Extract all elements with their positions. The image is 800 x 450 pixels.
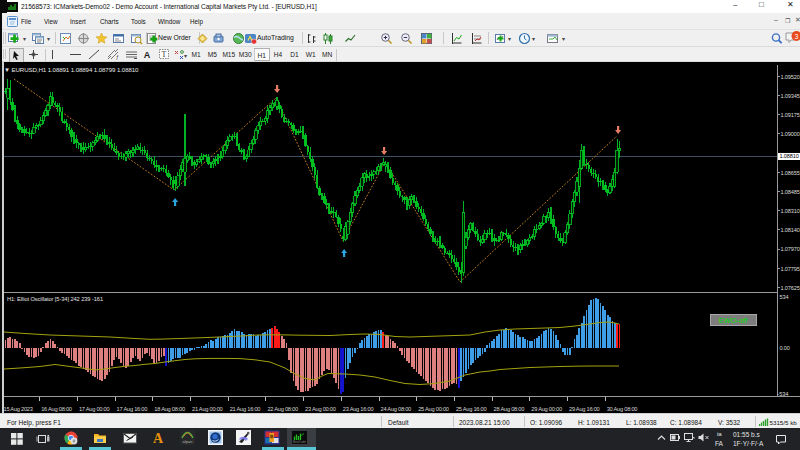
svg-text:25 Aug 00:00: 25 Aug 00:00: [418, 406, 449, 412]
svg-text:A: A: [153, 431, 164, 446]
svg-text:23 Aug 00:00: 23 Aug 00:00: [305, 406, 336, 412]
svg-text:28 Aug 08:00: 28 Aug 08:00: [494, 406, 525, 412]
svg-text:1.07625: 1.07625: [781, 285, 800, 291]
svg-text:ƒ: ƒ: [116, 54, 119, 60]
svg-text:25 Aug 16:00: 25 Aug 16:00: [456, 406, 487, 412]
svg-text:T: T: [162, 50, 167, 59]
svg-text:1.08310: 1.08310: [781, 208, 800, 214]
svg-text:0.00: 0.00: [780, 345, 790, 351]
svg-text:3: 3: [795, 33, 799, 40]
svg-text:A: A: [144, 50, 151, 60]
svg-text:16 Aug 08:00: 16 Aug 08:00: [41, 406, 72, 412]
svg-text:24 Aug 08:00: 24 Aug 08:00: [381, 406, 412, 412]
svg-text:21 Aug 00:00: 21 Aug 00:00: [192, 406, 223, 412]
svg-text:22 Aug 08:00: 22 Aug 08:00: [267, 406, 298, 412]
svg-text:MetaTrader: MetaTrader: [293, 440, 306, 444]
svg-text:23 Aug 16:00: 23 Aug 16:00: [343, 406, 374, 412]
svg-text:1.07795: 1.07795: [781, 266, 800, 272]
svg-text:534: 534: [780, 294, 789, 300]
svg-text:1.09520: 1.09520: [781, 74, 800, 80]
svg-text:18 Aug 08:00: 18 Aug 08:00: [154, 406, 185, 412]
svg-text:15 Aug 2023: 15 Aug 2023: [4, 406, 33, 412]
svg-text:alpari: alpari: [183, 439, 193, 444]
svg-text:17 Aug 00:00: 17 Aug 00:00: [79, 406, 110, 412]
svg-text:1.08810: 1.08810: [780, 153, 799, 159]
svg-text:29 Aug 00:00: 29 Aug 00:00: [531, 406, 562, 412]
svg-text:1.08140: 1.08140: [781, 227, 800, 233]
svg-text:-534: -534: [778, 391, 789, 397]
svg-text:1.08655: 1.08655: [781, 170, 800, 176]
svg-text:EWO-off: EWO-off: [719, 316, 749, 325]
svg-text:17 Aug 16:00: 17 Aug 16:00: [117, 406, 148, 412]
svg-text:▼ EURUSD,H1 1.08891 1.08894 1: ▼ EURUSD,H1 1.08891 1.08894 1.08799 1.08…: [4, 66, 139, 73]
svg-text:29 Aug 16:00: 29 Aug 16:00: [569, 406, 600, 412]
svg-text:H1: Elliot Oscillator [5-34]: H1: Elliot Oscillator [5-34] 242 239 -16…: [7, 296, 103, 302]
svg-text:1.08485: 1.08485: [781, 189, 800, 195]
svg-text:1.09175: 1.09175: [781, 112, 800, 118]
svg-text:1.09000: 1.09000: [781, 131, 800, 137]
svg-text:1.07970: 1.07970: [781, 246, 800, 252]
svg-text:1.09345: 1.09345: [781, 93, 800, 99]
svg-text:21 Aug 16:00: 21 Aug 16:00: [230, 406, 261, 412]
svg-text:30 Aug 08:00: 30 Aug 08:00: [607, 406, 638, 412]
